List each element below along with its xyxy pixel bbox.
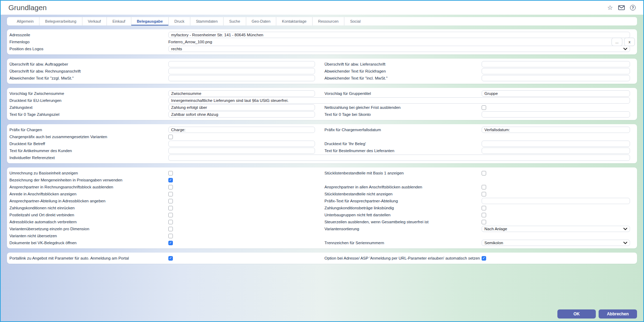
zahlungskonditionen-nicht-einruecken-checkbox[interactable] <box>168 206 173 210</box>
ansprechpartner-abteilung-in-adressbloecken-ange-checkbox[interactable] <box>168 199 173 203</box>
stuecklistenbestandteile-mit-basis-1-anzeigen-checkbox[interactable] <box>482 171 486 175</box>
zahlungskonditionsbetraege-linksbuendig-checkbox[interactable] <box>482 206 486 210</box>
field-cell <box>482 206 635 210</box>
help-icon[interactable]: ? <box>630 5 636 10</box>
abweichender-text-fuer-zzgl-mwst-input[interactable] <box>168 75 315 81</box>
adresszeile-input[interactable] <box>168 32 630 38</box>
umrechnung-zu-basiseinheit-anzeigen-checkbox[interactable] <box>168 171 173 175</box>
individueller-referenztext-input[interactable] <box>168 155 630 161</box>
varianten-nicht-uebersetzen-checkbox[interactable] <box>168 234 173 238</box>
mail-icon[interactable] <box>618 5 625 10</box>
tab-geo-daten[interactable]: Geo-Daten <box>246 17 277 25</box>
ueberschrift-fuer-abw-rechnungsanschrift-label: Überschrift für abw. Rechnungsanschrift <box>9 69 168 73</box>
chargenpraefix-auch-bei-zusammengesetzten-varian-checkbox[interactable] <box>168 135 173 139</box>
vorschlag-fuer-zwischensumme-input[interactable] <box>168 90 315 97</box>
portallink-zu-angebot-mit-parameter-fuer-auto-an-checkbox[interactable]: ✓ <box>168 256 173 261</box>
ok-button[interactable]: OK <box>557 309 596 319</box>
trennzeichen-fuer-seriennummern-select[interactable]: Semikolon <box>482 240 630 246</box>
field-cell <box>168 75 324 81</box>
clear-logo-button[interactable]: x <box>624 38 635 46</box>
tab-kontaktanlage[interactable]: Kontaktanlage <box>276 17 312 25</box>
favorite-star-icon[interactable]: ☆ <box>607 5 613 11</box>
adressbloecke-automatisch-verbreitern-checkbox[interactable] <box>168 220 173 224</box>
settings-tabbar: AllgemeinBelegverarbeitungVerkaufEinkauf… <box>7 17 637 25</box>
position-des-logos-select[interactable]: rechts <box>168 46 630 52</box>
settings-sections: AdresszeileFirmenlogoForterro_Arrow_100.… <box>1 29 643 268</box>
abweichender-text-fuer-incl-mwst-label: Abweichender Text für "incl. MwSt." <box>324 76 482 80</box>
form-row: Text für 0 Tage ZahlungszielText für 0 T… <box>9 111 635 118</box>
steuerzeilen-ausblenden-wenn-gesamtbeleg-steuerf-checkbox[interactable] <box>482 220 486 224</box>
option-bei-adresse-asp-anmeldung-per-url-paramet-label: Option bei Adresse/ ASP 'Anmeldung per U… <box>324 256 482 260</box>
anrede-in-anschriftsbloecken-anzeigen-checkbox[interactable] <box>168 192 173 196</box>
tab-social[interactable]: Social <box>344 17 366 25</box>
text-fuer-0-tage-zahlungsziel-label: Text für 0 Tage Zahlungsziel <box>9 112 168 117</box>
text-fuer-0-tage-zahlungsziel-input[interactable] <box>168 111 315 118</box>
abweichender-text-fuer-incl-mwst-input[interactable] <box>482 75 630 81</box>
field-cell <box>482 220 635 224</box>
ueberschrift-fuer-abw-lieferanschrift-input[interactable] <box>482 61 630 67</box>
field-cell <box>168 61 324 67</box>
nettozahlung-bei-gleicher-frist-ausblenden-checkbox[interactable] <box>482 105 486 110</box>
field-cell <box>482 185 635 189</box>
field-cell <box>482 105 635 110</box>
field-cell <box>482 111 635 118</box>
bezeichnung-der-mengeneinheiten-in-preisangaben--checkbox[interactable]: ✓ <box>168 178 173 182</box>
field-cell: ✓ <box>482 256 635 261</box>
abweichender-text-fuer-rueckfragen-input[interactable] <box>482 68 630 74</box>
tab-einkauf[interactable]: Einkauf <box>107 17 131 25</box>
varianten-nicht-uebersetzen-label: Varianten nicht übersetzen <box>9 234 168 238</box>
postleitzahl-und-ort-direkt-verbinden-label: Postleitzahl und Ort direkt verbinden <box>9 213 168 217</box>
stuecklistenbestandteile-nicht-anzeigen-checkbox[interactable] <box>482 192 486 196</box>
text-fuer-0-tage-bei-skonto-input[interactable] <box>482 111 630 118</box>
form-row: Dokumente bei VK-Belegdruck öffnen✓Trenn… <box>9 239 635 246</box>
text-fuer-0-tage-bei-skonto-label: Text für 0 Tage bei Skonto <box>324 112 482 117</box>
tab-suche[interactable]: Suche <box>224 17 246 25</box>
ansprechpartner-in-allen-anschriftsbloecken-ausb-checkbox[interactable] <box>482 185 486 189</box>
ueberschrift-fuer-abw-auftraggeber-input[interactable] <box>168 61 315 67</box>
tab-allgemein[interactable]: Allgemein <box>11 17 39 25</box>
drucktext-fuer-betreff-input[interactable] <box>168 141 315 147</box>
tab-druck[interactable]: Druck <box>169 17 190 25</box>
browse-logo-button[interactable]: ... <box>612 38 622 46</box>
drucktext-fuer-ihr-beleg-label: Drucktext für 'Ihr Beleg' <box>324 142 482 146</box>
field-cell <box>482 61 635 67</box>
field-cell <box>482 141 635 147</box>
form-row: Individueller Referenztext <box>9 154 635 161</box>
variantensortierung-select[interactable]: Nach Anlage <box>482 226 630 232</box>
praefix-text-fuer-ansprechpartner-abteilung-input[interactable] <box>482 198 630 204</box>
praefix-fuer-chargen-input[interactable] <box>168 127 315 133</box>
form-row: Bezeichnung der Mengeneinheiten in Preis… <box>9 177 635 184</box>
variantenuebersetzung-einzeln-pro-dimension-checkbox[interactable] <box>168 227 173 231</box>
postleitzahl-und-ort-direkt-verbinden-checkbox[interactable] <box>168 213 173 217</box>
form-row: Varianten nicht übersetzen <box>9 232 635 239</box>
dokumente-bei-vk-belegdruck-oeffnen-checkbox[interactable]: ✓ <box>168 241 173 245</box>
field-cell <box>482 127 635 133</box>
field-cell <box>482 198 635 204</box>
zahlungstext-input[interactable] <box>168 104 315 111</box>
text-fuer-artikelnummer-des-kunden-input[interactable] <box>168 148 315 154</box>
cancel-button[interactable]: Abbrechen <box>599 309 637 319</box>
option-bei-adresse-asp-anmeldung-per-url-paramet-checkbox[interactable]: ✓ <box>482 256 486 261</box>
ansprechpartner-in-rechnungsanschriftsblock-ausb-checkbox[interactable] <box>168 185 173 189</box>
text-fuer-bestellnummer-des-lieferanten-input[interactable] <box>482 148 630 154</box>
drucktext-fuer-betreff-label: Drucktext für Betreff <box>9 142 168 146</box>
position-des-logos-select-value: rechts <box>171 47 623 51</box>
form-row: Adressblöcke automatisch verbreiternSteu… <box>9 218 635 225</box>
tab-verkauf[interactable]: Verkauf <box>82 17 107 25</box>
praefix-fuer-chargenverfallsdatum-input[interactable] <box>482 127 630 133</box>
text-fuer-artikelnummer-des-kunden-label: Text für Artikelnummer des Kunden <box>9 149 168 153</box>
footer-bar: OK Abbrechen <box>1 309 643 321</box>
tab-stammdaten[interactable]: Stammdaten <box>190 17 224 25</box>
unterbaugruppen-nicht-fett-darstellen-checkbox[interactable] <box>482 213 486 217</box>
tab-ressourcen[interactable]: Ressourcen <box>313 17 345 25</box>
drucktext-fuer-ihr-beleg-input[interactable] <box>482 141 630 147</box>
drucktext-fuer-eu-lieferungen-input[interactable] <box>168 97 630 104</box>
field-cell: ✓ <box>168 178 324 182</box>
ueberschrift-fuer-abw-rechnungsanschrift-input[interactable] <box>168 68 315 74</box>
form-row: Portallink zu Angebot mit Parameter für … <box>9 255 635 262</box>
vorschlag-fuer-gruppentitel-input[interactable] <box>482 90 630 97</box>
vorschlag-fuer-zwischensumme-label: Vorschlag für Zwischensumme <box>9 91 168 96</box>
field-cell <box>168 155 635 161</box>
tab-belegausgabe[interactable]: Belegausgabe <box>131 17 169 25</box>
tab-belegverarbeitung[interactable]: Belegverarbeitung <box>39 17 82 25</box>
